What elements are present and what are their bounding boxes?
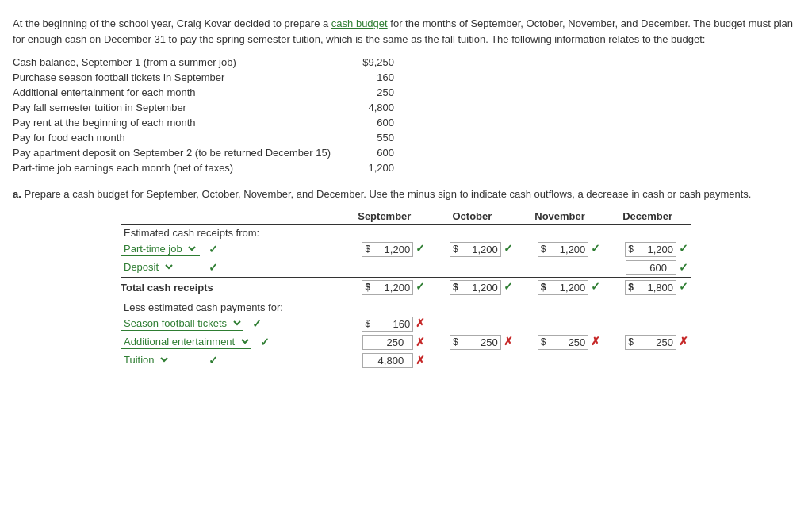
info-label: Pay rent at the beginning of each month bbox=[13, 115, 337, 130]
dollar-input-wrap: $ bbox=[538, 242, 589, 257]
input-cell: $ ✓ bbox=[603, 240, 691, 259]
payment-label-cell: Season football tickets ✓ bbox=[121, 315, 341, 333]
amount-input[interactable] bbox=[460, 282, 498, 294]
dollar-input-wrap: $ bbox=[625, 242, 676, 257]
input-cell: $ ✗ bbox=[341, 315, 429, 333]
section-a-letter: a. bbox=[13, 188, 21, 200]
check-icon: ✓ bbox=[209, 354, 218, 367]
payment-dropdown[interactable]: Additional entertainment bbox=[121, 335, 251, 348]
receipt-dropdown[interactable]: Deposit bbox=[121, 260, 175, 274]
cross-icon: ✗ bbox=[679, 335, 688, 347]
amount-input[interactable] bbox=[372, 282, 410, 294]
cross-icon: ✗ bbox=[504, 335, 513, 347]
amount-input[interactable] bbox=[635, 282, 673, 294]
input-cell: $ ✓ bbox=[516, 278, 604, 297]
dollar-input-wrap: $ bbox=[362, 242, 413, 257]
amount-input[interactable] bbox=[366, 336, 404, 348]
check-icon: ✓ bbox=[416, 280, 425, 293]
amount-input[interactable] bbox=[635, 336, 673, 348]
amount-input[interactable] bbox=[547, 282, 585, 294]
input-cell: $ ✓ bbox=[341, 240, 429, 259]
amount-input[interactable] bbox=[372, 244, 410, 255]
input-cell: ✓ bbox=[603, 259, 691, 278]
amount-input[interactable] bbox=[460, 244, 498, 255]
info-value: 250 bbox=[337, 85, 400, 100]
input-cell: ✗ bbox=[341, 351, 429, 370]
input-cell: ✗ bbox=[341, 333, 429, 351]
empty-cell bbox=[341, 259, 429, 278]
amount-input[interactable] bbox=[372, 318, 410, 330]
receipt-label-cell: Part-time job ✓ bbox=[121, 240, 341, 259]
input-cell: $ ✓ bbox=[603, 278, 691, 297]
empty-cell bbox=[428, 315, 516, 333]
info-row: Pay apartment deposit on September 2 (to… bbox=[13, 145, 400, 160]
info-label: Pay apartment deposit on September 2 (to… bbox=[13, 145, 337, 160]
dollar-input-wrap: $ bbox=[362, 280, 413, 295]
info-value: 1,200 bbox=[337, 160, 400, 175]
col-october: October bbox=[428, 209, 516, 225]
cross-icon: ✗ bbox=[591, 335, 600, 347]
input-cell: $ ✓ bbox=[341, 278, 429, 297]
check-icon: ✓ bbox=[679, 261, 688, 274]
check-icon: ✓ bbox=[591, 242, 600, 255]
dollar-sign: $ bbox=[453, 282, 458, 293]
info-label: Part-time job earnings each month (net o… bbox=[13, 160, 337, 175]
dollar-input-wrap: $ bbox=[450, 335, 501, 350]
amount-input[interactable] bbox=[629, 262, 667, 274]
dollar-sign: $ bbox=[365, 318, 370, 329]
dollar-sign: $ bbox=[453, 336, 458, 347]
cross-icon: ✗ bbox=[416, 336, 425, 348]
amount-input[interactable] bbox=[635, 244, 673, 255]
amount-input[interactable] bbox=[547, 336, 585, 348]
dollar-input-wrap: $ bbox=[362, 317, 413, 332]
empty-cell bbox=[603, 351, 691, 370]
dollar-input-wrap: $ bbox=[538, 335, 589, 350]
payment-dropdown[interactable]: Tuition bbox=[121, 353, 170, 367]
input-cell: $ ✗ bbox=[603, 333, 691, 351]
col-november: November bbox=[516, 209, 604, 225]
check-icon: ✓ bbox=[679, 280, 688, 293]
info-table: Cash balance, September 1 (from a summer… bbox=[13, 55, 400, 175]
input-cell: $ ✓ bbox=[428, 278, 516, 297]
amount-input[interactable] bbox=[366, 355, 404, 367]
info-label: Pay for food each month bbox=[13, 130, 337, 145]
dollar-input-wrap: $ bbox=[538, 280, 589, 295]
receipt-dropdown-wrap[interactable]: Part-time job bbox=[121, 242, 200, 256]
input-cell: $ ✓ bbox=[516, 240, 604, 259]
check-icon: ✓ bbox=[591, 280, 600, 293]
payment-dropdown-wrap[interactable]: Season football tickets bbox=[121, 317, 243, 331]
receipt-dropdown-wrap[interactable]: Deposit bbox=[121, 260, 200, 274]
info-row: Additional entertainment for each month … bbox=[13, 85, 400, 100]
info-label: Pay fall semester tuition in September bbox=[13, 100, 337, 115]
payments-header: Less estimated cash payments for: bbox=[121, 297, 691, 315]
cross-icon: ✗ bbox=[416, 317, 425, 329]
empty-cell bbox=[428, 259, 516, 278]
amount-input[interactable] bbox=[460, 336, 498, 348]
info-label: Purchase season football tickets in Sept… bbox=[13, 70, 337, 85]
info-value: 600 bbox=[337, 115, 400, 130]
check-icon: ✓ bbox=[679, 242, 688, 255]
info-row: Pay fall semester tuition in September 4… bbox=[13, 100, 400, 115]
payment-label-cell: Tuition ✓ bbox=[121, 351, 341, 370]
dollar-input-wrap: $ bbox=[450, 280, 501, 295]
dollar-input-wrap: $ bbox=[450, 242, 501, 257]
payment-dropdown-wrap[interactable]: Tuition bbox=[121, 353, 200, 367]
check-icon: ✓ bbox=[504, 280, 513, 293]
payment-dropdown-wrap[interactable]: Additional entertainment bbox=[121, 335, 251, 349]
receipt-dropdown[interactable]: Part-time job bbox=[121, 242, 198, 255]
info-label: Cash balance, September 1 (from a summer… bbox=[13, 55, 337, 70]
dollar-sign: $ bbox=[628, 336, 634, 347]
info-row: Cash balance, September 1 (from a summer… bbox=[13, 55, 400, 70]
amount-input[interactable] bbox=[547, 244, 585, 255]
plain-input-wrap bbox=[362, 335, 413, 350]
check-icon: ✓ bbox=[504, 242, 513, 255]
info-row: Pay for food each month 550 bbox=[13, 130, 400, 145]
plain-input-wrap bbox=[362, 353, 413, 368]
empty-cell bbox=[516, 351, 604, 370]
section-a-text: Prepare a cash budget for September, Oct… bbox=[24, 188, 751, 200]
dollar-sign: $ bbox=[541, 282, 546, 293]
cash-budget-link[interactable]: cash budget bbox=[331, 17, 388, 29]
col-label-header bbox=[121, 209, 341, 225]
intro-paragraph: At the beginning of the school year, Cra… bbox=[13, 16, 799, 47]
payment-dropdown[interactable]: Season football tickets bbox=[121, 317, 243, 330]
